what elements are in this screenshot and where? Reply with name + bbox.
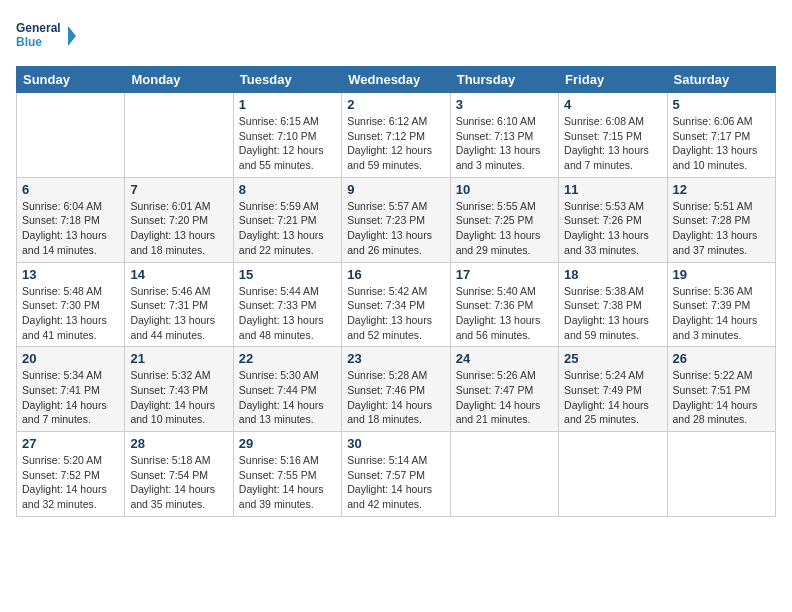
- day-number: 12: [673, 182, 770, 197]
- day-info: Sunrise: 5:32 AMSunset: 7:43 PMDaylight:…: [130, 368, 227, 427]
- day-info: Sunrise: 5:38 AMSunset: 7:38 PMDaylight:…: [564, 284, 661, 343]
- day-info: Sunrise: 5:44 AMSunset: 7:33 PMDaylight:…: [239, 284, 336, 343]
- calendar-cell: 3Sunrise: 6:10 AMSunset: 7:13 PMDaylight…: [450, 93, 558, 178]
- day-number: 16: [347, 267, 444, 282]
- day-info: Sunrise: 5:26 AMSunset: 7:47 PMDaylight:…: [456, 368, 553, 427]
- day-number: 15: [239, 267, 336, 282]
- day-number: 21: [130, 351, 227, 366]
- calendar-cell: 19Sunrise: 5:36 AMSunset: 7:39 PMDayligh…: [667, 262, 775, 347]
- day-info: Sunrise: 5:24 AMSunset: 7:49 PMDaylight:…: [564, 368, 661, 427]
- day-info: Sunrise: 5:51 AMSunset: 7:28 PMDaylight:…: [673, 199, 770, 258]
- calendar-cell: 2Sunrise: 6:12 AMSunset: 7:12 PMDaylight…: [342, 93, 450, 178]
- day-info: Sunrise: 6:12 AMSunset: 7:12 PMDaylight:…: [347, 114, 444, 173]
- calendar-table: SundayMondayTuesdayWednesdayThursdayFrid…: [16, 66, 776, 517]
- weekday-header-tuesday: Tuesday: [233, 67, 341, 93]
- calendar-cell: [17, 93, 125, 178]
- week-row-5: 27Sunrise: 5:20 AMSunset: 7:52 PMDayligh…: [17, 432, 776, 517]
- day-info: Sunrise: 5:48 AMSunset: 7:30 PMDaylight:…: [22, 284, 119, 343]
- weekday-header-saturday: Saturday: [667, 67, 775, 93]
- calendar-cell: 24Sunrise: 5:26 AMSunset: 7:47 PMDayligh…: [450, 347, 558, 432]
- day-number: 5: [673, 97, 770, 112]
- day-info: Sunrise: 6:06 AMSunset: 7:17 PMDaylight:…: [673, 114, 770, 173]
- calendar-cell: [450, 432, 558, 517]
- day-number: 2: [347, 97, 444, 112]
- day-number: 6: [22, 182, 119, 197]
- logo: General Blue: [16, 16, 76, 56]
- calendar-cell: 22Sunrise: 5:30 AMSunset: 7:44 PMDayligh…: [233, 347, 341, 432]
- weekday-header-wednesday: Wednesday: [342, 67, 450, 93]
- calendar-cell: 23Sunrise: 5:28 AMSunset: 7:46 PMDayligh…: [342, 347, 450, 432]
- svg-text:Blue: Blue: [16, 35, 42, 49]
- day-info: Sunrise: 6:01 AMSunset: 7:20 PMDaylight:…: [130, 199, 227, 258]
- day-number: 7: [130, 182, 227, 197]
- week-row-2: 6Sunrise: 6:04 AMSunset: 7:18 PMDaylight…: [17, 177, 776, 262]
- weekday-header-sunday: Sunday: [17, 67, 125, 93]
- day-number: 14: [130, 267, 227, 282]
- calendar-cell: 27Sunrise: 5:20 AMSunset: 7:52 PMDayligh…: [17, 432, 125, 517]
- day-number: 17: [456, 267, 553, 282]
- calendar-cell: [559, 432, 667, 517]
- week-row-1: 1Sunrise: 6:15 AMSunset: 7:10 PMDaylight…: [17, 93, 776, 178]
- day-number: 24: [456, 351, 553, 366]
- day-number: 30: [347, 436, 444, 451]
- calendar-cell: 12Sunrise: 5:51 AMSunset: 7:28 PMDayligh…: [667, 177, 775, 262]
- calendar-cell: [125, 93, 233, 178]
- logo-svg: General Blue: [16, 16, 76, 56]
- day-number: 27: [22, 436, 119, 451]
- day-info: Sunrise: 5:14 AMSunset: 7:57 PMDaylight:…: [347, 453, 444, 512]
- day-number: 22: [239, 351, 336, 366]
- day-info: Sunrise: 6:04 AMSunset: 7:18 PMDaylight:…: [22, 199, 119, 258]
- calendar-cell: 5Sunrise: 6:06 AMSunset: 7:17 PMDaylight…: [667, 93, 775, 178]
- calendar-cell: 13Sunrise: 5:48 AMSunset: 7:30 PMDayligh…: [17, 262, 125, 347]
- day-info: Sunrise: 5:59 AMSunset: 7:21 PMDaylight:…: [239, 199, 336, 258]
- day-number: 10: [456, 182, 553, 197]
- day-number: 8: [239, 182, 336, 197]
- day-number: 23: [347, 351, 444, 366]
- calendar-cell: 9Sunrise: 5:57 AMSunset: 7:23 PMDaylight…: [342, 177, 450, 262]
- calendar-cell: 14Sunrise: 5:46 AMSunset: 7:31 PMDayligh…: [125, 262, 233, 347]
- day-info: Sunrise: 5:57 AMSunset: 7:23 PMDaylight:…: [347, 199, 444, 258]
- day-number: 25: [564, 351, 661, 366]
- calendar-cell: 30Sunrise: 5:14 AMSunset: 7:57 PMDayligh…: [342, 432, 450, 517]
- day-info: Sunrise: 5:22 AMSunset: 7:51 PMDaylight:…: [673, 368, 770, 427]
- calendar-cell: 28Sunrise: 5:18 AMSunset: 7:54 PMDayligh…: [125, 432, 233, 517]
- day-info: Sunrise: 5:53 AMSunset: 7:26 PMDaylight:…: [564, 199, 661, 258]
- calendar-cell: 4Sunrise: 6:08 AMSunset: 7:15 PMDaylight…: [559, 93, 667, 178]
- day-number: 26: [673, 351, 770, 366]
- weekday-header-friday: Friday: [559, 67, 667, 93]
- calendar-cell: 7Sunrise: 6:01 AMSunset: 7:20 PMDaylight…: [125, 177, 233, 262]
- day-info: Sunrise: 5:16 AMSunset: 7:55 PMDaylight:…: [239, 453, 336, 512]
- day-info: Sunrise: 6:08 AMSunset: 7:15 PMDaylight:…: [564, 114, 661, 173]
- day-number: 19: [673, 267, 770, 282]
- calendar-cell: 10Sunrise: 5:55 AMSunset: 7:25 PMDayligh…: [450, 177, 558, 262]
- calendar-cell: 18Sunrise: 5:38 AMSunset: 7:38 PMDayligh…: [559, 262, 667, 347]
- day-info: Sunrise: 6:15 AMSunset: 7:10 PMDaylight:…: [239, 114, 336, 173]
- day-info: Sunrise: 5:55 AMSunset: 7:25 PMDaylight:…: [456, 199, 553, 258]
- week-row-4: 20Sunrise: 5:34 AMSunset: 7:41 PMDayligh…: [17, 347, 776, 432]
- day-number: 4: [564, 97, 661, 112]
- calendar-cell: 25Sunrise: 5:24 AMSunset: 7:49 PMDayligh…: [559, 347, 667, 432]
- day-number: 20: [22, 351, 119, 366]
- day-info: Sunrise: 5:46 AMSunset: 7:31 PMDaylight:…: [130, 284, 227, 343]
- calendar-cell: 29Sunrise: 5:16 AMSunset: 7:55 PMDayligh…: [233, 432, 341, 517]
- weekday-header-row: SundayMondayTuesdayWednesdayThursdayFrid…: [17, 67, 776, 93]
- day-info: Sunrise: 5:28 AMSunset: 7:46 PMDaylight:…: [347, 368, 444, 427]
- day-number: 18: [564, 267, 661, 282]
- week-row-3: 13Sunrise: 5:48 AMSunset: 7:30 PMDayligh…: [17, 262, 776, 347]
- calendar-cell: 20Sunrise: 5:34 AMSunset: 7:41 PMDayligh…: [17, 347, 125, 432]
- calendar-cell: 17Sunrise: 5:40 AMSunset: 7:36 PMDayligh…: [450, 262, 558, 347]
- calendar-cell: 16Sunrise: 5:42 AMSunset: 7:34 PMDayligh…: [342, 262, 450, 347]
- calendar-cell: 11Sunrise: 5:53 AMSunset: 7:26 PMDayligh…: [559, 177, 667, 262]
- day-info: Sunrise: 5:20 AMSunset: 7:52 PMDaylight:…: [22, 453, 119, 512]
- page-header: General Blue: [16, 16, 776, 56]
- svg-text:General: General: [16, 21, 61, 35]
- calendar-cell: 1Sunrise: 6:15 AMSunset: 7:10 PMDaylight…: [233, 93, 341, 178]
- day-number: 11: [564, 182, 661, 197]
- day-info: Sunrise: 5:30 AMSunset: 7:44 PMDaylight:…: [239, 368, 336, 427]
- svg-marker-2: [68, 26, 76, 46]
- calendar-cell: 26Sunrise: 5:22 AMSunset: 7:51 PMDayligh…: [667, 347, 775, 432]
- weekday-header-thursday: Thursday: [450, 67, 558, 93]
- day-info: Sunrise: 5:42 AMSunset: 7:34 PMDaylight:…: [347, 284, 444, 343]
- day-info: Sunrise: 6:10 AMSunset: 7:13 PMDaylight:…: [456, 114, 553, 173]
- day-info: Sunrise: 5:40 AMSunset: 7:36 PMDaylight:…: [456, 284, 553, 343]
